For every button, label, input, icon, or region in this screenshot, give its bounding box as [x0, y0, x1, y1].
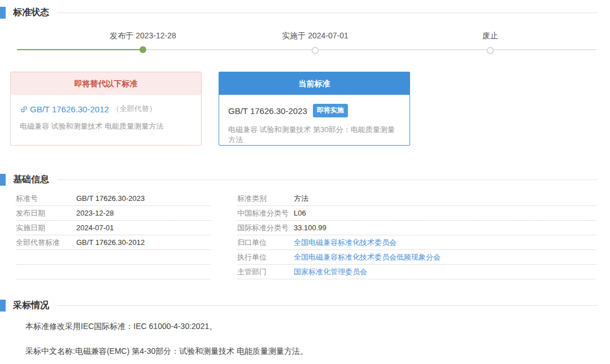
- row-value: 2024-07-01: [76, 223, 114, 232]
- adoption-line-iec: 本标准修改采用IEC国际标准：IEC 61000-4-30:2021。: [25, 322, 610, 332]
- standard-cards-row: 即将替代以下标准 GB/T 17626.30-2012 （全部代替） 电磁兼容 …: [10, 72, 610, 146]
- section-rule: [57, 305, 598, 306]
- row-label: 归口单位: [237, 238, 294, 248]
- row-label: 实施日期: [16, 223, 76, 233]
- table-row: 执行单位 全国电磁兼容标准化技术委员会低频现象分会: [237, 250, 596, 265]
- timeline-event-published-label: 发布于 2023-12-28: [110, 31, 176, 41]
- table-row: 中国标准分类号 L06: [237, 206, 596, 221]
- org-link-centralized-unit[interactable]: 全国电磁兼容标准化技术委员会: [294, 238, 396, 248]
- standard-status-timeline: 发布于 2023-12-28 实施于 2024-07-01 废止: [0, 20, 610, 55]
- timeline-event-abolished-label: 废止: [482, 31, 498, 41]
- table-row: 发布日期 2023-12-28: [16, 206, 211, 221]
- timeline-dot-effective: [312, 47, 319, 54]
- table-row: 全部代替标准 GB/T 17626.30-2012: [16, 235, 211, 250]
- section-marker: [0, 7, 6, 19]
- table-row: 实施日期 2024-07-01: [16, 221, 211, 235]
- basic-info-right-column: 标准类别 方法 中国标准分类号 L06 国际标准分类号 33.100.99 归口…: [237, 191, 596, 279]
- current-standard-card: 当前标准 GB/T 17626.30-2023 即将实施 电磁兼容 试验和测量技…: [219, 72, 410, 146]
- timeline-progress: [17, 49, 143, 50]
- section-rule: [57, 12, 598, 13]
- row-value: GB/T 17626.30-2012: [76, 238, 145, 247]
- section-title: 标准状态: [13, 7, 49, 19]
- adoption-section-header: 采标情况: [0, 300, 610, 312]
- replaced-card-body: GB/T 17626.30-2012 （全部代替） 电磁兼容 试验和测量技术 电…: [11, 95, 201, 143]
- row-label: 标准类别: [237, 194, 294, 204]
- row-value: 33.100.99: [294, 223, 326, 232]
- table-row: 主管部门 国家标准化管理委员会: [237, 265, 596, 279]
- row-value: 2023-12-28: [76, 209, 114, 217]
- status-section-header: 标准状态: [0, 7, 610, 19]
- status-badge: 即将实施: [313, 104, 348, 117]
- replaced-standard-card: 即将替代以下标准 GB/T 17626.30-2012 （全部代替） 电磁兼容 …: [10, 72, 202, 146]
- current-card-header: 当前标准: [219, 72, 409, 95]
- row-label: 全部代替标准: [16, 238, 76, 248]
- timeline-dot-published: [140, 46, 146, 53]
- timeline-dot-abolished: [487, 47, 494, 54]
- table-row: [16, 265, 211, 279]
- basic-info-left-column: 标准号 GB/T 17626.30-2023 发布日期 2023-12-28 实…: [16, 191, 211, 279]
- row-label: 中国标准分类号: [237, 208, 294, 218]
- row-label: 国际标准分类号: [237, 223, 294, 233]
- chain-link-icon: [18, 103, 30, 115]
- org-link-competent-department[interactable]: 国家标准化管理委员会: [294, 267, 367, 277]
- timeline-event-effective-label: 实施于 2024-07-01: [282, 31, 348, 41]
- row-label: 执行单位: [237, 252, 294, 262]
- replaced-card-header: 即将替代以下标准: [11, 72, 201, 95]
- section-marker: [0, 174, 6, 186]
- basic-info-section-header: 基础信息: [0, 174, 610, 186]
- table-row: [16, 250, 211, 265]
- basic-info-table: 标准号 GB/T 17626.30-2023 发布日期 2023-12-28 实…: [16, 191, 610, 279]
- org-link-executive-unit[interactable]: 全国电磁兼容标准化技术委员会低频现象分会: [294, 252, 441, 262]
- row-label: 发布日期: [16, 208, 76, 218]
- current-standard-description: 电磁兼容 试验和测量技术 第30部分：电能质量测量方法: [228, 125, 400, 145]
- table-row: 标准号 GB/T 17626.30-2023: [16, 191, 211, 206]
- row-value: L06: [294, 209, 306, 217]
- current-card-body: GB/T 17626.30-2023 即将实施 电磁兼容 试验和测量技术 第30…: [219, 95, 409, 145]
- row-value: 方法: [294, 194, 308, 204]
- table-row: 归口单位 全国电磁兼容标准化技术委员会: [237, 235, 596, 250]
- section-marker: [0, 300, 6, 312]
- section-rule: [57, 179, 598, 180]
- section-title: 采标情况: [13, 300, 49, 312]
- table-row: 国际标准分类号 33.100.99: [237, 221, 596, 235]
- standard-detail-page: 标准状态 发布于 2023-12-28 实施于 2024-07-01 废止 即将…: [0, 0, 610, 364]
- replace-scope-note: （全部代替）: [112, 104, 156, 114]
- row-value: GB/T 17626.30-2023: [76, 194, 145, 203]
- section-title: 基础信息: [13, 174, 49, 186]
- adoption-line-chinese-name: 采标中文名称:电磁兼容(EMC) 第4-30部分：试验和测量技术 电能质量测量方…: [25, 347, 610, 357]
- table-row: 标准类别 方法: [237, 191, 596, 206]
- row-label: 标准号: [16, 194, 76, 204]
- replaced-standard-link[interactable]: GB/T 17626.30-2012: [30, 104, 109, 114]
- current-standard-code: GB/T 17626.30-2023: [228, 106, 307, 116]
- replaced-standard-description: 电磁兼容 试验和测量技术 电能质量测量方法: [20, 121, 192, 131]
- row-label: 主管部门: [237, 267, 294, 277]
